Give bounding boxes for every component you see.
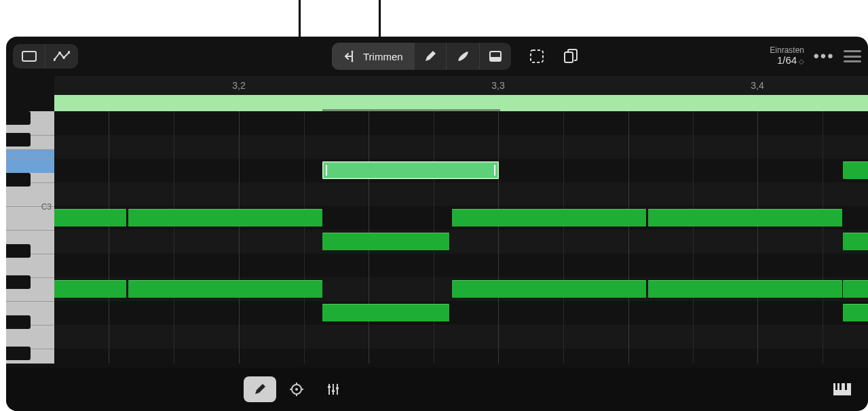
grid-line-major — [109, 111, 109, 364]
brush-icon — [456, 50, 470, 62]
ruler-tick-label: 3,4 — [751, 80, 763, 91]
midi-note[interactable] — [128, 280, 322, 298]
note-grid[interactable] — [54, 111, 868, 364]
velocity-icon — [489, 51, 502, 62]
midi-note[interactable] — [54, 209, 126, 227]
svg-rect-9 — [531, 50, 543, 62]
midi-note[interactable] — [843, 304, 868, 321]
editor-toolbar: Trimmen — [6, 37, 868, 76]
piano-icon — [833, 383, 851, 395]
region-header-bar[interactable] — [54, 95, 868, 111]
svg-point-5 — [352, 51, 354, 53]
midi-note[interactable] — [452, 280, 646, 298]
svg-rect-8 — [490, 57, 501, 61]
piano-roll-editor: Trimmen — [6, 37, 868, 411]
svg-rect-15 — [336, 387, 339, 389]
tool-group: Trimmen — [332, 43, 586, 70]
trim-tool-button[interactable]: Trimmen — [332, 43, 415, 70]
toolbar-right: Einrasten 1/64 ••• — [770, 46, 861, 66]
svg-rect-0 — [22, 52, 36, 61]
piano-black-key[interactable] — [6, 244, 31, 258]
midi-note[interactable] — [452, 209, 646, 227]
grid-line-minor — [563, 111, 564, 364]
pencil-icon — [254, 383, 266, 395]
copy-icon — [563, 49, 578, 64]
trim-icon — [343, 50, 356, 62]
piano-black-key[interactable] — [6, 347, 31, 360]
midi-note[interactable] — [843, 280, 868, 298]
pencil-tool-button[interactable] — [415, 43, 447, 70]
snap-value: 1/64 — [770, 55, 804, 66]
selection-tool-button[interactable] — [522, 43, 552, 70]
pencil-icon — [424, 50, 436, 62]
midi-note[interactable] — [322, 304, 449, 321]
tool-strip: Trimmen — [332, 43, 511, 70]
grid-line-major — [498, 111, 499, 364]
grid-line-major — [757, 111, 758, 364]
ruler-tick-label: 3,2 — [232, 80, 245, 91]
drag-handle[interactable] — [844, 50, 861, 62]
grid-line-major — [628, 111, 629, 364]
edit-mode-button[interactable] — [244, 376, 276, 402]
velocity-tool-button[interactable] — [480, 43, 511, 70]
mixer-button[interactable] — [317, 376, 350, 402]
brush-tool-button[interactable] — [447, 43, 480, 70]
svg-rect-10 — [565, 52, 573, 62]
svg-point-6 — [352, 60, 354, 62]
piano-black-key[interactable] — [6, 173, 31, 187]
target-icon — [289, 382, 304, 397]
piano-keyboard[interactable]: C3 — [6, 111, 54, 364]
piano-black-key[interactable] — [6, 111, 31, 125]
piano-black-key[interactable] — [6, 315, 31, 329]
svg-rect-14 — [332, 390, 335, 392]
midi-note[interactable] — [128, 209, 322, 227]
svg-point-2 — [58, 52, 61, 54]
midi-note-selected[interactable] — [322, 161, 499, 179]
region-view-button[interactable] — [13, 44, 45, 68]
time-ruler[interactable]: 3,23,33,4 — [54, 76, 868, 95]
svg-rect-19 — [845, 383, 847, 390]
svg-point-12 — [295, 388, 298, 391]
piano-black-key[interactable] — [6, 275, 31, 289]
grid-line-minor — [174, 111, 174, 364]
midi-note[interactable] — [322, 233, 449, 250]
rectangle-icon — [22, 51, 37, 62]
more-menu-button[interactable]: ••• — [814, 46, 834, 66]
snap-selector[interactable]: Einrasten 1/64 — [770, 46, 804, 66]
keyboard-toggle-button[interactable] — [826, 376, 858, 402]
svg-rect-13 — [328, 386, 331, 388]
automation-curve-icon — [54, 51, 70, 62]
grid-line-minor — [304, 111, 305, 364]
sliders-icon — [326, 383, 340, 396]
midi-note[interactable] — [54, 280, 126, 298]
midi-note[interactable] — [648, 280, 842, 298]
copy-tool-button[interactable] — [556, 43, 586, 70]
piano-black-key[interactable] — [6, 133, 31, 146]
piano-key-label-c3: C3 — [41, 202, 52, 362]
grid-line-minor — [823, 111, 823, 364]
piano-key-selected[interactable] — [6, 149, 54, 173]
bottom-tool-group — [244, 376, 350, 402]
view-mode-segment — [13, 44, 78, 68]
automation-view-button[interactable] — [45, 44, 78, 68]
svg-rect-18 — [839, 383, 842, 390]
quantize-button[interactable] — [280, 376, 313, 402]
svg-point-3 — [62, 56, 65, 59]
svg-rect-17 — [835, 383, 837, 390]
midi-note[interactable] — [648, 209, 842, 227]
ruler-tick-label: 3,3 — [491, 80, 504, 91]
grid-line-minor — [693, 111, 694, 364]
trim-tool-label: Trimmen — [363, 51, 403, 62]
bottom-toolbar — [6, 368, 868, 411]
midi-note[interactable] — [843, 161, 868, 179]
marquee-icon — [529, 49, 544, 64]
midi-note[interactable] — [843, 233, 868, 250]
grid-line-major — [239, 111, 240, 364]
